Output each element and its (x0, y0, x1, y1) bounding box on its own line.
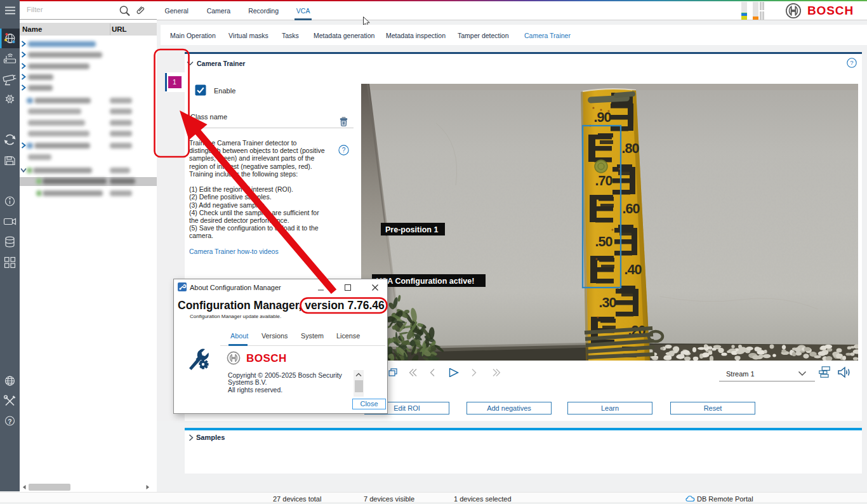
svg-text:.70: .70 (595, 173, 613, 189)
svg-text:.50: .50 (595, 234, 613, 249)
svg-text:.80: .80 (622, 141, 640, 156)
svg-text:.90: .90 (594, 110, 612, 125)
svg-text:?: ? (342, 147, 346, 154)
svg-text:Pre-position 1: Pre-position 1 (385, 225, 438, 234)
svg-text:?: ? (850, 59, 853, 66)
svg-text:?: ? (8, 418, 11, 425)
svg-text:.30: .30 (599, 295, 617, 310)
svg-text:.40: .40 (625, 262, 642, 277)
svg-text:.60: .60 (623, 201, 640, 216)
svg-text:VCA Configuration active!: VCA Configuration active! (376, 277, 474, 286)
